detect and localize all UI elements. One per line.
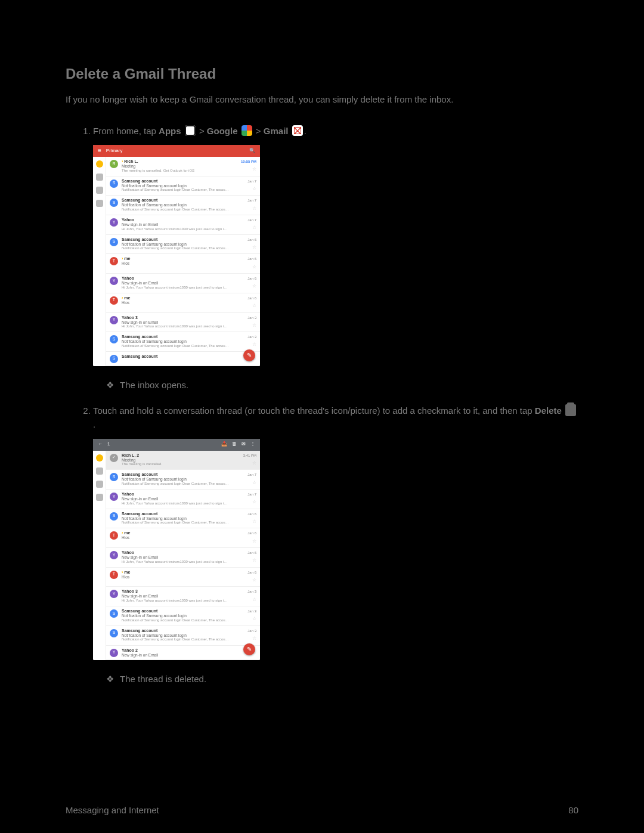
sender-avatar[interactable]: S	[110, 335, 118, 343]
search-icon[interactable]: 🔍	[249, 147, 255, 154]
email-snippet: Notification of Samsung account login De…	[122, 521, 229, 525]
sender-avatar[interactable]: Y	[110, 551, 118, 559]
account-other[interactable]	[96, 481, 103, 488]
delete-icon[interactable]: 🗑	[232, 441, 237, 448]
email-row[interactable]: SSamsung accountNotification of Samsung …	[106, 470, 260, 490]
email-date: Jan 7	[247, 472, 256, 478]
star-icon[interactable]: ☆	[252, 577, 256, 584]
email-row[interactable]: TmeHiosJan 6☆	[106, 568, 260, 587]
mail-icon[interactable]: ✉	[242, 441, 246, 448]
step-1: From home, tap Apps > Google > Gmail . ≡…	[93, 124, 578, 392]
email-subject: Notification of Samsung account login	[122, 184, 244, 188]
email-row[interactable]: ✓Rich L. 2MeetingThe meeting is cancelle…	[106, 451, 260, 470]
overflow-icon[interactable]: ⋮	[250, 441, 255, 448]
email-row[interactable]: SSamsung accountNotification of Samsung …	[106, 196, 260, 215]
email-date: Jan 7	[247, 179, 256, 184]
star-icon[interactable]: ☆	[252, 205, 256, 212]
star-icon[interactable]: ☆	[252, 244, 256, 251]
archive-icon[interactable]: 📥	[221, 441, 227, 448]
sender-avatar[interactable]: T	[110, 571, 118, 579]
email-date: Jan 6	[247, 531, 256, 536]
sender-avatar[interactable]: T	[110, 531, 118, 540]
email-row[interactable]: YYahooNew sign-in on EmailHi John, Your …	[106, 490, 260, 509]
email-row[interactable]: SSamsung accountNotification of Samsung …	[106, 176, 260, 196]
sender-avatar[interactable]: S	[110, 355, 118, 363]
sender-avatar[interactable]: S	[110, 238, 118, 246]
email-row[interactable]: YYahoo 2New sign-in on Email☆	[106, 646, 260, 661]
email-row[interactable]: YYahooNew sign-in on EmailHi John, Your …	[106, 274, 260, 293]
star-icon[interactable]: ☆	[252, 224, 256, 231]
sender-avatar[interactable]: S	[110, 512, 118, 521]
sender-avatar[interactable]: Y	[110, 493, 118, 501]
sender-avatar[interactable]: S	[110, 473, 118, 481]
screenshot-selection: ← 1 📥 🗑 ✉ ⋮	[93, 439, 260, 660]
sender-avatar[interactable]: T	[110, 296, 118, 305]
back-icon[interactable]: ←	[98, 441, 103, 448]
sender-avatar[interactable]: T	[110, 257, 118, 265]
star-icon[interactable]: ☆	[252, 498, 256, 506]
star-icon[interactable]: ☆	[252, 615, 256, 623]
star-icon[interactable]: ☆	[252, 596, 256, 603]
star-icon[interactable]: ☆	[252, 341, 256, 348]
email-subject: Meeting	[122, 458, 240, 462]
menu-icon[interactable]: ≡	[98, 146, 101, 156]
sender-avatar[interactable]: S	[110, 629, 118, 637]
sender-name: me	[122, 570, 244, 575]
email-row[interactable]: SSamsung accountNotification of Samsung …	[106, 509, 260, 529]
star-icon[interactable]: ☆	[252, 185, 256, 193]
email-subject: Notification of Samsung account login	[122, 614, 244, 618]
sender-avatar[interactable]: Y	[110, 590, 118, 598]
email-row[interactable]: TmeHiosJan 6☆	[106, 528, 260, 548]
compose-button[interactable]: ✎	[243, 643, 255, 655]
account-other[interactable]	[96, 187, 103, 194]
sender-avatar[interactable]: S	[110, 609, 118, 618]
star-icon[interactable]: ☆	[252, 518, 256, 525]
sender-avatar[interactable]: Y	[110, 218, 118, 227]
email-row[interactable]: YYahooNew sign-in on EmailHi John, Your …	[106, 215, 260, 235]
email-subject: New sign-in on Email	[122, 222, 244, 227]
sender-name: me	[122, 531, 244, 535]
star-icon[interactable]: ☆	[252, 460, 256, 467]
email-row[interactable]: TmeHiosJan 6☆	[106, 293, 260, 313]
star-icon[interactable]: ☆	[252, 635, 256, 642]
email-list[interactable]: ✓Rich L. 2MeetingThe meeting is cancelle…	[106, 451, 260, 660]
account-other[interactable]	[96, 494, 103, 501]
email-row[interactable]: SSamsung accountNotification of Samsung …	[106, 606, 260, 626]
email-row[interactable]: YYahooNew sign-in on EmailHi John, Your …	[106, 548, 260, 568]
compose-button[interactable]: ✎	[243, 349, 255, 361]
sender-avatar[interactable]: S	[110, 199, 118, 207]
sender-avatar[interactable]: R	[110, 160, 118, 168]
sender-avatar[interactable]: ✓	[110, 454, 118, 462]
sender-name: me	[122, 296, 244, 301]
email-snippet: The meeting is cancelled. Get Outlook fo…	[122, 169, 229, 173]
account-primary[interactable]	[96, 454, 103, 462]
email-row[interactable]: SSamsung accountNotification of Samsung …	[106, 626, 260, 646]
sender-avatar[interactable]: S	[110, 179, 118, 188]
star-icon[interactable]: ☆	[252, 264, 256, 271]
account-other[interactable]	[96, 467, 103, 475]
sender-avatar[interactable]: Y	[110, 277, 118, 285]
email-row[interactable]: SSamsung accountNotification of Samsung …	[106, 332, 260, 352]
star-icon[interactable]: ☆	[252, 538, 256, 545]
account-other[interactable]	[96, 174, 103, 181]
star-icon[interactable]: ☆	[252, 322, 256, 329]
email-subject: Notification of Samsung account login	[122, 516, 244, 521]
email-list[interactable]: RRich L.MeetingThe meeting is cancelled.…	[106, 157, 260, 366]
star-icon[interactable]: ☆	[252, 557, 256, 564]
star-icon[interactable]: ☆	[252, 302, 256, 309]
email-row[interactable]: YYahoo 3New sign-in on EmailHi John, You…	[106, 587, 260, 606]
email-row[interactable]: RRich L.MeetingThe meeting is cancelled.…	[106, 157, 260, 176]
account-primary[interactable]	[96, 160, 103, 168]
star-icon[interactable]: ☆	[252, 479, 256, 487]
star-icon[interactable]: ☆	[252, 283, 256, 290]
email-row[interactable]: SSamsung accountNotification of Samsung …	[106, 235, 260, 255]
sender-avatar[interactable]: Y	[110, 316, 118, 324]
star-icon[interactable]: ☆	[252, 166, 256, 173]
email-subject: New sign-in on Email	[122, 320, 244, 324]
email-row[interactable]: YYahoo 3New sign-in on EmailHi John, You…	[106, 313, 260, 333]
sender-avatar[interactable]: Y	[110, 649, 118, 657]
email-subject: New sign-in on Email	[122, 594, 244, 598]
account-other[interactable]	[96, 200, 103, 207]
email-row[interactable]: SSamsung account☆	[106, 352, 260, 366]
email-row[interactable]: TmeHiosJan 6☆	[106, 254, 260, 274]
